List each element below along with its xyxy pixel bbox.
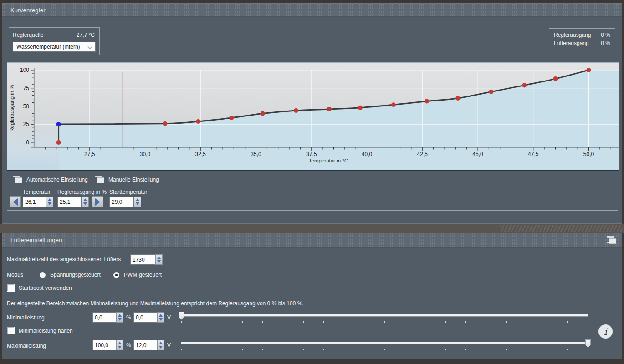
max-rpm-label: Maximaldrehzahl des angeschlossenen Lüft…: [7, 256, 121, 263]
arrow-right-icon: [95, 198, 100, 206]
temperature-stepper[interactable]: [46, 197, 53, 207]
auto-setting-label: Automatische Einstellung: [26, 177, 88, 183]
svg-text:32,5: 32,5: [195, 151, 206, 157]
svg-text:50: 50: [23, 103, 30, 110]
range-info-row: Der eingestellte Bereich zwischen Minima…: [7, 300, 304, 307]
max-rpm-row: Maximaldrehzahl des angeschlossenen Lüft…: [7, 254, 121, 265]
hold-min-row: Minimalleistung halten: [7, 327, 73, 334]
manual-setting-label: Manuelle Einstellung: [108, 177, 159, 183]
curve-chart-canvas[interactable]: 27,530,032,535,037,540,042,545,047,550,0…: [7, 63, 619, 172]
radio-voltage-controlled[interactable]: [40, 272, 46, 278]
luefter-title: Lüftereinstellungen: [10, 237, 62, 243]
temperature-input[interactable]: 26,1: [23, 197, 46, 207]
max-volt-unit: V: [167, 342, 171, 349]
auto-setting-button[interactable]: Automatische Einstellung: [13, 176, 88, 183]
slider-track[interactable]: [181, 342, 588, 344]
startboost-label[interactable]: Startboost verwenden: [19, 285, 72, 291]
windows-icon: [13, 176, 22, 183]
luefter-titlebar: Lüftereinstellungen: [2, 233, 622, 248]
min-volt-stepper[interactable]: [157, 312, 164, 323]
svg-text:27,5: 27,5: [84, 151, 95, 157]
source-label: Reglerquelle: [13, 32, 43, 38]
svg-text:Temperatur in °C: Temperatur in °C: [309, 158, 348, 163]
next-point-button[interactable]: [92, 196, 103, 207]
curve-chart[interactable]: 27,530,032,535,037,540,042,545,047,550,0…: [7, 62, 619, 171]
svg-text:50,0: 50,0: [583, 151, 594, 157]
svg-text:40,0: 40,0: [362, 151, 373, 157]
radio-pwm-controlled[interactable]: [113, 272, 119, 278]
slider-ticks: [181, 321, 588, 323]
max-percent-stepper[interactable]: [116, 340, 123, 350]
radio-pwm-label[interactable]: PWM-gesteuert: [124, 272, 162, 278]
hold-min-label[interactable]: Minimalleistung halten: [19, 328, 73, 334]
aquasuite-controller-page: Kurvenregler Reglerquelle 27,7 °C Wasser…: [0, 0, 624, 364]
max-volt-input[interactable]: 12,0: [133, 340, 157, 350]
resize-hatch-pattern: [500, 225, 622, 232]
output-field-label: Reglerausgang in %: [57, 189, 107, 195]
start-temp-field-label: Starttemperatur: [109, 189, 147, 195]
max-percent-unit: %: [126, 342, 131, 349]
svg-text:25: 25: [23, 121, 30, 127]
slider-thumb[interactable]: [585, 339, 591, 348]
min-volt-input[interactable]: 0,0: [133, 312, 157, 323]
min-power-slider[interactable]: [181, 311, 588, 323]
start-temp-input[interactable]: 29,0: [109, 197, 134, 207]
luefter-output-value: 0 %: [601, 40, 610, 46]
svg-text:75: 75: [23, 85, 30, 91]
min-percent-input[interactable]: 0,0: [92, 312, 116, 323]
modus-label: Modus: [7, 272, 23, 278]
prev-point-button[interactable]: [10, 196, 21, 207]
svg-text:45,0: 45,0: [472, 151, 483, 157]
info-icon[interactable]: i: [598, 324, 613, 339]
output-values-box: Reglerausgang 0 % Lüfterausgang 0 %: [549, 28, 615, 50]
output-stepper[interactable]: [82, 197, 89, 207]
windows-icon: [95, 176, 104, 183]
temperature-field-label: Temperatur: [23, 189, 51, 195]
start-temp-stepper[interactable]: [134, 197, 141, 207]
slider-thumb[interactable]: [179, 312, 184, 320]
arrow-left-icon: [13, 198, 18, 206]
kurvenregler-title: Kurvenregler: [10, 7, 46, 14]
svg-text:47,5: 47,5: [528, 151, 539, 157]
min-percent-unit: %: [126, 314, 131, 321]
min-percent-stepper[interactable]: [116, 312, 123, 323]
svg-text:42,5: 42,5: [417, 151, 428, 157]
modus-row: Modus Spannungsgesteuert PWM-gesteuert: [7, 271, 162, 278]
svg-text:37,5: 37,5: [306, 151, 317, 157]
regler-output-value: 0 %: [601, 32, 610, 38]
windows-icon[interactable]: [607, 236, 616, 244]
kurvenregler-panel: Kurvenregler Reglerquelle 27,7 °C Wasser…: [2, 3, 622, 224]
slider-ticks: [181, 349, 588, 350]
hold-min-checkbox[interactable]: [7, 327, 15, 334]
max-rpm-input[interactable]: 1730: [130, 254, 155, 265]
source-select[interactable]: Wassertemperatur (intern): [13, 42, 96, 52]
range-info-text: Der eingestellte Bereich zwischen Minima…: [7, 300, 304, 307]
regler-output-row: Reglerausgang 0 %: [554, 32, 610, 38]
curve-controls-box: Automatische Einstellung Manuelle Einste…: [7, 172, 618, 211]
panel-divider: [0, 224, 624, 233]
kurvenregler-titlebar: Kurvenregler: [2, 4, 622, 17]
startboost-checkbox[interactable]: [7, 284, 15, 292]
startboost-row: Startboost verwenden: [7, 284, 72, 292]
manual-setting-button[interactable]: Manuelle Einstellung: [95, 176, 159, 183]
svg-text:30,0: 30,0: [140, 151, 151, 157]
output-input[interactable]: 25,1: [57, 197, 82, 207]
luefter-output-row: Lüfterausgang 0 %: [554, 40, 610, 46]
radio-voltage-label[interactable]: Spannungsgesteuert: [50, 272, 101, 278]
source-current-temperature: 27,7 °C: [77, 32, 95, 38]
luefter-output-label: Lüfterausgang: [554, 40, 589, 46]
source-select-value: Wassertemperatur (intern): [16, 44, 80, 50]
regler-source-box: Reglerquelle 27,7 °C Wassertemperatur (i…: [9, 27, 100, 55]
svg-text:Reglerausgang in %: Reglerausgang in %: [9, 85, 15, 132]
slider-track[interactable]: [181, 314, 588, 317]
svg-text:100: 100: [20, 67, 29, 73]
min-power-label: Minimalleistung: [7, 314, 45, 321]
max-volt-stepper[interactable]: [157, 340, 164, 350]
min-volt-unit: V: [167, 314, 171, 321]
svg-text:35,0: 35,0: [251, 151, 261, 157]
max-rpm-stepper[interactable]: [155, 254, 163, 265]
max-power-slider[interactable]: [181, 339, 588, 351]
max-percent-input[interactable]: 100,0: [92, 340, 116, 350]
max-power-row: Maximalleistung: [7, 340, 46, 351]
max-power-label: Maximalleistung: [7, 343, 46, 349]
